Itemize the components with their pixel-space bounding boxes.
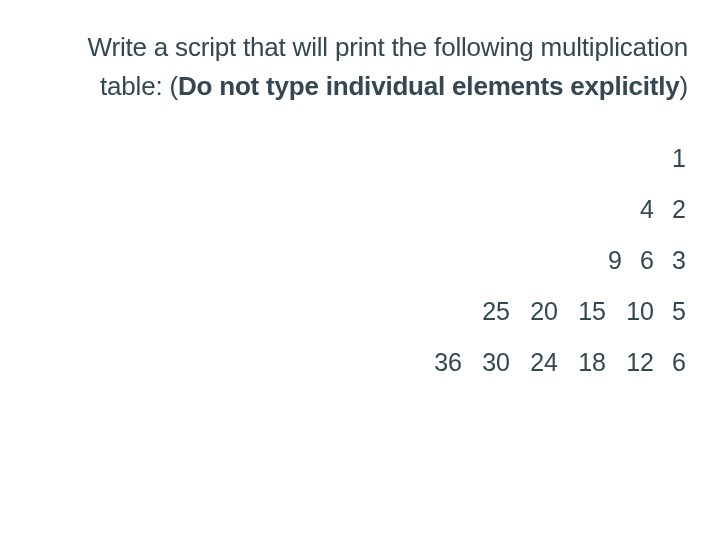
table-cell: 20 <box>510 297 558 326</box>
table-cell: 10 <box>606 297 654 326</box>
table-cell: 9 <box>590 246 622 275</box>
table-cell: 25 <box>462 297 510 326</box>
table-cell: 5 <box>654 297 686 326</box>
table-cell: 6 <box>654 348 686 377</box>
table-cell: 18 <box>558 348 606 377</box>
table-cell: 1 <box>654 144 686 173</box>
table-row: 9 6 3 <box>590 246 686 275</box>
table-row: 4 2 <box>622 195 686 224</box>
question-suffix: ) <box>680 71 688 101</box>
table-cell: 12 <box>606 348 654 377</box>
table-cell: 6 <box>622 246 654 275</box>
table-row: 36 30 24 18 12 6 <box>414 348 686 377</box>
table-cell: 3 <box>654 246 686 275</box>
table-row: 1 <box>654 144 686 173</box>
table-cell: 24 <box>510 348 558 377</box>
question-text: Write a script that will print the follo… <box>70 28 688 106</box>
table-row: 25 20 15 10 5 <box>462 297 686 326</box>
table-cell: 30 <box>462 348 510 377</box>
multiplication-table: 1 4 2 9 6 3 25 20 15 10 5 36 30 24 18 12… <box>70 144 688 523</box>
question-bold: Do not type individual elements explicit… <box>178 71 680 101</box>
table-cell: 4 <box>622 195 654 224</box>
table-cell: 15 <box>558 297 606 326</box>
table-cell: 36 <box>414 348 462 377</box>
table-cell: 2 <box>654 195 686 224</box>
